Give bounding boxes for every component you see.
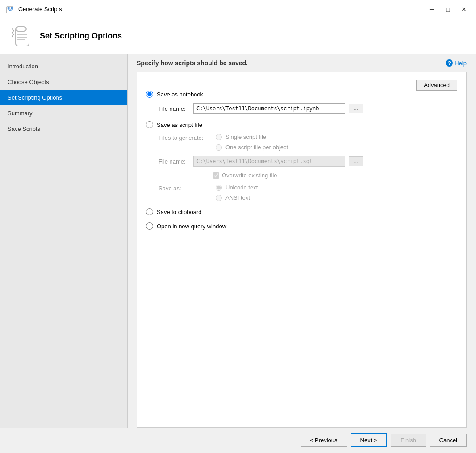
- save-to-clipboard-section: Save to clipboard: [146, 208, 457, 215]
- script-browse-button: ...: [349, 156, 363, 166]
- form-panel: Advanced Save as notebook File name: ...: [137, 72, 467, 428]
- encoding-options: Unicode text ANSI text: [216, 184, 258, 201]
- save-as-notebook-label[interactable]: Save as notebook: [157, 91, 203, 98]
- notebook-file-name-input[interactable]: [193, 103, 345, 114]
- save-as-row: Save as: Unicode text ANSI text: [159, 184, 457, 201]
- unicode-text-option: Unicode text: [216, 184, 258, 191]
- title-bar: Generate Scripts ─ □ ✕: [0, 0, 476, 18]
- sidebar-item-set-scripting-options[interactable]: Set Scripting Options: [0, 90, 127, 105]
- page-header: Set Scripting Options: [0, 18, 476, 54]
- advanced-button[interactable]: Advanced: [416, 80, 457, 91]
- close-button[interactable]: ✕: [458, 4, 470, 14]
- unicode-text-radio: [216, 185, 222, 191]
- save-as-script-radio[interactable]: [146, 121, 153, 128]
- sidebar-item-introduction[interactable]: Introduction: [0, 59, 127, 74]
- button-bar: < Previous Next > Finish Cancel: [0, 428, 476, 453]
- page-title: Set Scripting Options: [40, 31, 122, 41]
- script-file-name-label: File name:: [159, 158, 190, 165]
- save-to-clipboard-option: Save to clipboard: [146, 208, 457, 215]
- files-to-generate-options: Single script file One script file per o…: [216, 134, 288, 151]
- single-script-label: Single script file: [225, 134, 266, 140]
- main-layout: Introduction Choose Objects Set Scriptin…: [0, 54, 476, 428]
- maximize-button[interactable]: □: [442, 4, 454, 14]
- open-query-window-option: Open in new query window: [146, 222, 457, 230]
- sidebar-item-choose-objects[interactable]: Choose Objects: [0, 74, 127, 90]
- help-link[interactable]: ? Help: [446, 59, 467, 67]
- overwrite-checkbox: [213, 172, 219, 179]
- save-as-notebook-section: Save as notebook File name: ...: [146, 91, 457, 114]
- save-to-clipboard-radio[interactable]: [146, 208, 153, 215]
- content-header: Specify how scripts should be saved. ? H…: [128, 54, 476, 72]
- one-per-object-radio: [216, 144, 222, 151]
- minimize-button[interactable]: ─: [426, 4, 438, 14]
- save-as-script-option: Save as script file: [146, 121, 457, 128]
- previous-button[interactable]: < Previous: [301, 434, 347, 447]
- ansi-text-radio: [216, 195, 222, 201]
- save-as-script-section: Save as script file Files to generate: S…: [146, 121, 457, 201]
- open-query-window-section: Open in new query window: [146, 222, 457, 230]
- single-script-radio: [216, 134, 222, 140]
- files-to-generate-group: Files to generate: Single script file On…: [159, 134, 457, 151]
- open-query-window-radio[interactable]: [146, 222, 153, 230]
- help-icon: ?: [446, 59, 453, 67]
- save-as-script-label[interactable]: Save as script file: [157, 122, 202, 128]
- sidebar-item-summary[interactable]: Summary: [0, 105, 127, 121]
- save-to-clipboard-label[interactable]: Save to clipboard: [157, 209, 201, 215]
- save-as-encoding-group: Save as: Unicode text ANSI text: [159, 184, 457, 201]
- one-per-object-label: One script file per object: [225, 144, 288, 151]
- files-to-generate-row: Files to generate: Single script file On…: [159, 134, 457, 151]
- content-area: Specify how scripts should be saved. ? H…: [128, 54, 476, 428]
- one-per-object-option: One script file per object: [216, 144, 288, 151]
- notebook-file-name-label: File name:: [159, 105, 190, 112]
- single-script-option: Single script file: [216, 134, 288, 140]
- finish-button[interactable]: Finish: [391, 434, 426, 447]
- app-icon: [6, 5, 15, 14]
- overwrite-section: Overwrite existing file: [159, 172, 457, 179]
- sidebar-item-save-scripts[interactable]: Save Scripts: [0, 121, 127, 137]
- svg-point-1: [16, 26, 26, 32]
- cancel-button[interactable]: Cancel: [430, 434, 467, 447]
- window: Generate Scripts ─ □ ✕ Set Scripting Opt…: [0, 0, 476, 453]
- overwrite-label: Overwrite existing file: [222, 172, 277, 179]
- unicode-text-label: Unicode text: [225, 184, 258, 191]
- overwrite-checkbox-row: Overwrite existing file: [213, 172, 457, 179]
- header-icon: [9, 25, 33, 48]
- ansi-text-option: ANSI text: [216, 194, 258, 201]
- script-file-name-row: File name: ...: [159, 156, 457, 167]
- content-title: Specify how scripts should be saved.: [137, 59, 248, 67]
- help-label: Help: [455, 60, 467, 67]
- ansi-text-label: ANSI text: [225, 194, 250, 201]
- save-as-notebook-radio[interactable]: [146, 91, 153, 98]
- open-query-window-label[interactable]: Open in new query window: [157, 223, 226, 230]
- next-button[interactable]: Next >: [351, 433, 387, 447]
- notebook-file-name-row: File name: ...: [159, 103, 457, 114]
- save-as-notebook-option: Save as notebook: [146, 91, 457, 98]
- sidebar: Introduction Choose Objects Set Scriptin…: [0, 54, 128, 428]
- script-file-name-input: [193, 156, 345, 167]
- files-to-generate-label: Files to generate:: [159, 134, 212, 141]
- window-controls: ─ □ ✕: [426, 4, 470, 14]
- window-title: Generate Scripts: [18, 6, 426, 13]
- save-as-label: Save as:: [159, 184, 212, 192]
- notebook-browse-button[interactable]: ...: [349, 104, 363, 113]
